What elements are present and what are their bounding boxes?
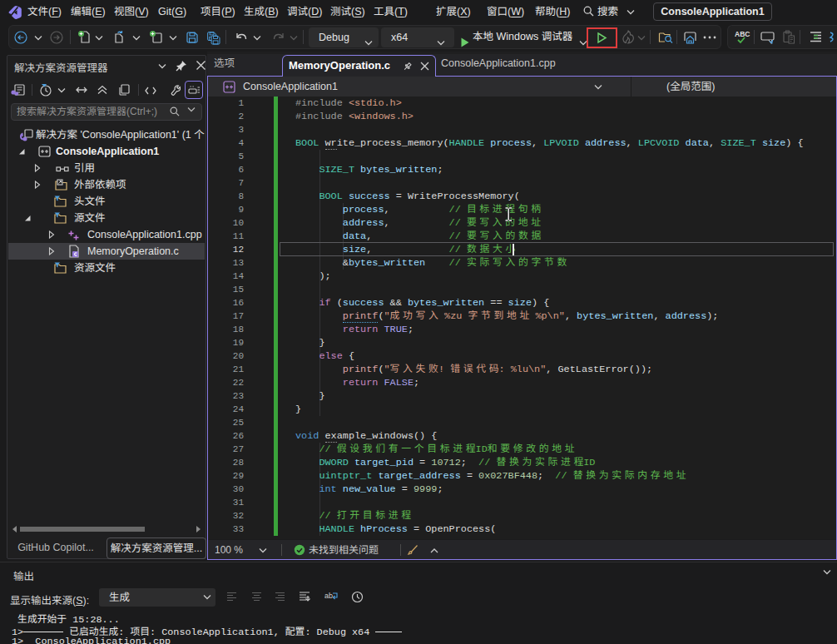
svg-text:ABC: ABC: [735, 30, 750, 38]
svg-text:ab: ab: [324, 592, 333, 600]
